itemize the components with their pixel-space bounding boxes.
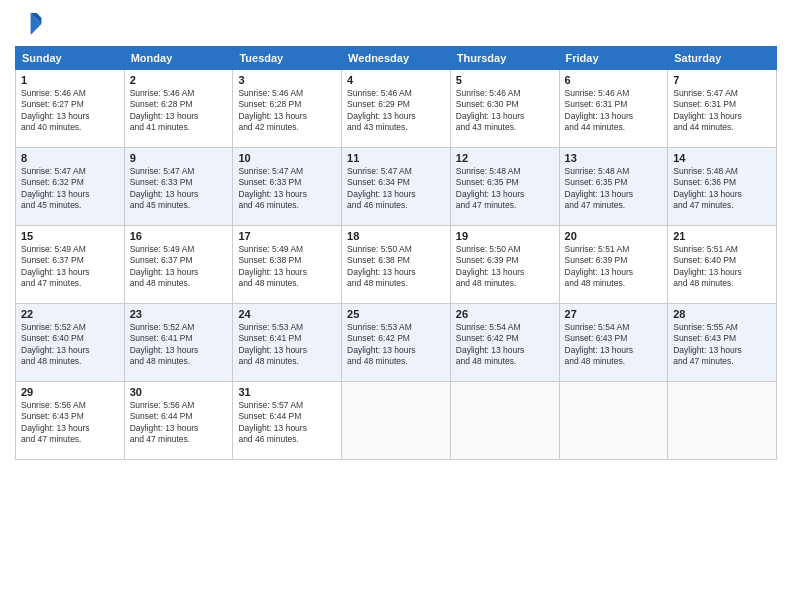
day-info: Sunrise: 5:47 AMSunset: 6:32 PMDaylight:… (21, 166, 119, 212)
day-info: Sunrise: 5:48 AMSunset: 6:35 PMDaylight:… (565, 166, 663, 212)
day-info: Sunrise: 5:52 AMSunset: 6:41 PMDaylight:… (130, 322, 228, 368)
calendar-cell: 10Sunrise: 5:47 AMSunset: 6:33 PMDayligh… (233, 148, 342, 226)
day-number: 10 (238, 152, 336, 164)
calendar-cell: 16Sunrise: 5:49 AMSunset: 6:37 PMDayligh… (124, 226, 233, 304)
day-info: Sunrise: 5:46 AMSunset: 6:28 PMDaylight:… (130, 88, 228, 134)
calendar-cell (559, 382, 668, 460)
day-info: Sunrise: 5:49 AMSunset: 6:37 PMDaylight:… (21, 244, 119, 290)
day-info: Sunrise: 5:54 AMSunset: 6:43 PMDaylight:… (565, 322, 663, 368)
calendar-cell: 21Sunrise: 5:51 AMSunset: 6:40 PMDayligh… (668, 226, 777, 304)
calendar-cell: 31Sunrise: 5:57 AMSunset: 6:44 PMDayligh… (233, 382, 342, 460)
day-number: 18 (347, 230, 445, 242)
calendar-header-row: SundayMondayTuesdayWednesdayThursdayFrid… (16, 47, 777, 70)
calendar-cell: 24Sunrise: 5:53 AMSunset: 6:41 PMDayligh… (233, 304, 342, 382)
calendar-cell: 26Sunrise: 5:54 AMSunset: 6:42 PMDayligh… (450, 304, 559, 382)
weekday-header: Tuesday (233, 47, 342, 70)
calendar-week-row: 15Sunrise: 5:49 AMSunset: 6:37 PMDayligh… (16, 226, 777, 304)
day-info: Sunrise: 5:46 AMSunset: 6:31 PMDaylight:… (565, 88, 663, 134)
day-number: 6 (565, 74, 663, 86)
day-info: Sunrise: 5:47 AMSunset: 6:31 PMDaylight:… (673, 88, 771, 134)
day-number: 27 (565, 308, 663, 320)
day-number: 4 (347, 74, 445, 86)
day-info: Sunrise: 5:51 AMSunset: 6:40 PMDaylight:… (673, 244, 771, 290)
calendar-cell: 22Sunrise: 5:52 AMSunset: 6:40 PMDayligh… (16, 304, 125, 382)
weekday-header: Monday (124, 47, 233, 70)
day-info: Sunrise: 5:48 AMSunset: 6:36 PMDaylight:… (673, 166, 771, 212)
day-number: 2 (130, 74, 228, 86)
day-number: 9 (130, 152, 228, 164)
calendar-cell: 2Sunrise: 5:46 AMSunset: 6:28 PMDaylight… (124, 70, 233, 148)
day-number: 8 (21, 152, 119, 164)
header (15, 10, 777, 38)
calendar-cell: 13Sunrise: 5:48 AMSunset: 6:35 PMDayligh… (559, 148, 668, 226)
day-info: Sunrise: 5:47 AMSunset: 6:34 PMDaylight:… (347, 166, 445, 212)
day-info: Sunrise: 5:49 AMSunset: 6:38 PMDaylight:… (238, 244, 336, 290)
calendar-cell (342, 382, 451, 460)
day-number: 14 (673, 152, 771, 164)
calendar-cell: 1Sunrise: 5:46 AMSunset: 6:27 PMDaylight… (16, 70, 125, 148)
day-number: 19 (456, 230, 554, 242)
day-info: Sunrise: 5:49 AMSunset: 6:37 PMDaylight:… (130, 244, 228, 290)
logo-icon (15, 10, 43, 38)
calendar-cell: 5Sunrise: 5:46 AMSunset: 6:30 PMDaylight… (450, 70, 559, 148)
calendar-cell: 28Sunrise: 5:55 AMSunset: 6:43 PMDayligh… (668, 304, 777, 382)
calendar-cell: 27Sunrise: 5:54 AMSunset: 6:43 PMDayligh… (559, 304, 668, 382)
day-number: 11 (347, 152, 445, 164)
day-number: 26 (456, 308, 554, 320)
day-number: 13 (565, 152, 663, 164)
calendar-cell: 17Sunrise: 5:49 AMSunset: 6:38 PMDayligh… (233, 226, 342, 304)
day-number: 16 (130, 230, 228, 242)
calendar-cell: 30Sunrise: 5:56 AMSunset: 6:44 PMDayligh… (124, 382, 233, 460)
calendar-cell: 23Sunrise: 5:52 AMSunset: 6:41 PMDayligh… (124, 304, 233, 382)
calendar-cell: 8Sunrise: 5:47 AMSunset: 6:32 PMDaylight… (16, 148, 125, 226)
calendar-cell: 7Sunrise: 5:47 AMSunset: 6:31 PMDaylight… (668, 70, 777, 148)
day-info: Sunrise: 5:46 AMSunset: 6:29 PMDaylight:… (347, 88, 445, 134)
day-info: Sunrise: 5:46 AMSunset: 6:30 PMDaylight:… (456, 88, 554, 134)
day-info: Sunrise: 5:53 AMSunset: 6:41 PMDaylight:… (238, 322, 336, 368)
day-info: Sunrise: 5:54 AMSunset: 6:42 PMDaylight:… (456, 322, 554, 368)
calendar-week-row: 22Sunrise: 5:52 AMSunset: 6:40 PMDayligh… (16, 304, 777, 382)
calendar-cell: 29Sunrise: 5:56 AMSunset: 6:43 PMDayligh… (16, 382, 125, 460)
day-number: 29 (21, 386, 119, 398)
weekday-header: Wednesday (342, 47, 451, 70)
day-number: 3 (238, 74, 336, 86)
calendar-cell: 25Sunrise: 5:53 AMSunset: 6:42 PMDayligh… (342, 304, 451, 382)
weekday-header: Thursday (450, 47, 559, 70)
day-info: Sunrise: 5:50 AMSunset: 6:39 PMDaylight:… (456, 244, 554, 290)
page: SundayMondayTuesdayWednesdayThursdayFrid… (0, 0, 792, 612)
day-info: Sunrise: 5:47 AMSunset: 6:33 PMDaylight:… (130, 166, 228, 212)
day-number: 25 (347, 308, 445, 320)
day-info: Sunrise: 5:57 AMSunset: 6:44 PMDaylight:… (238, 400, 336, 446)
day-number: 7 (673, 74, 771, 86)
weekday-header: Sunday (16, 47, 125, 70)
day-info: Sunrise: 5:55 AMSunset: 6:43 PMDaylight:… (673, 322, 771, 368)
day-info: Sunrise: 5:48 AMSunset: 6:35 PMDaylight:… (456, 166, 554, 212)
logo (15, 10, 47, 38)
calendar-table: SundayMondayTuesdayWednesdayThursdayFrid… (15, 46, 777, 460)
day-info: Sunrise: 5:52 AMSunset: 6:40 PMDaylight:… (21, 322, 119, 368)
day-info: Sunrise: 5:46 AMSunset: 6:28 PMDaylight:… (238, 88, 336, 134)
day-number: 24 (238, 308, 336, 320)
calendar-cell: 20Sunrise: 5:51 AMSunset: 6:39 PMDayligh… (559, 226, 668, 304)
day-info: Sunrise: 5:51 AMSunset: 6:39 PMDaylight:… (565, 244, 663, 290)
day-info: Sunrise: 5:56 AMSunset: 6:43 PMDaylight:… (21, 400, 119, 446)
day-number: 1 (21, 74, 119, 86)
calendar-cell: 18Sunrise: 5:50 AMSunset: 6:38 PMDayligh… (342, 226, 451, 304)
calendar-week-row: 8Sunrise: 5:47 AMSunset: 6:32 PMDaylight… (16, 148, 777, 226)
weekday-header: Saturday (668, 47, 777, 70)
calendar-cell: 15Sunrise: 5:49 AMSunset: 6:37 PMDayligh… (16, 226, 125, 304)
day-info: Sunrise: 5:53 AMSunset: 6:42 PMDaylight:… (347, 322, 445, 368)
calendar-week-row: 1Sunrise: 5:46 AMSunset: 6:27 PMDaylight… (16, 70, 777, 148)
calendar-cell: 9Sunrise: 5:47 AMSunset: 6:33 PMDaylight… (124, 148, 233, 226)
calendar-cell: 6Sunrise: 5:46 AMSunset: 6:31 PMDaylight… (559, 70, 668, 148)
calendar-cell: 14Sunrise: 5:48 AMSunset: 6:36 PMDayligh… (668, 148, 777, 226)
calendar-week-row: 29Sunrise: 5:56 AMSunset: 6:43 PMDayligh… (16, 382, 777, 460)
day-number: 21 (673, 230, 771, 242)
calendar-cell: 11Sunrise: 5:47 AMSunset: 6:34 PMDayligh… (342, 148, 451, 226)
day-info: Sunrise: 5:56 AMSunset: 6:44 PMDaylight:… (130, 400, 228, 446)
calendar-cell: 4Sunrise: 5:46 AMSunset: 6:29 PMDaylight… (342, 70, 451, 148)
calendar-cell (668, 382, 777, 460)
weekday-header: Friday (559, 47, 668, 70)
calendar-cell: 19Sunrise: 5:50 AMSunset: 6:39 PMDayligh… (450, 226, 559, 304)
day-number: 17 (238, 230, 336, 242)
